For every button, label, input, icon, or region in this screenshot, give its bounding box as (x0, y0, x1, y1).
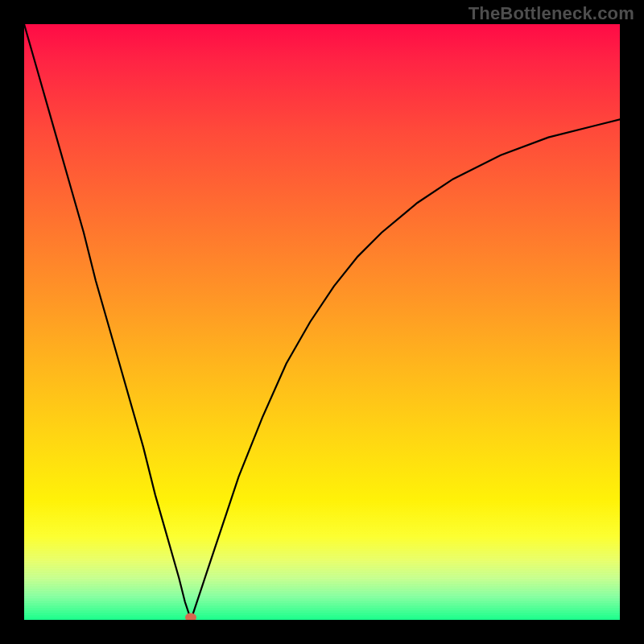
watermark-text: TheBottleneck.com (469, 3, 634, 24)
plot-area (24, 24, 620, 620)
vertex-marker (185, 613, 196, 621)
curve-left-branch (24, 24, 191, 620)
chart-stage: TheBottleneck.com (0, 0, 644, 644)
curve-right-branch (191, 119, 620, 620)
curve-svg (24, 24, 620, 620)
